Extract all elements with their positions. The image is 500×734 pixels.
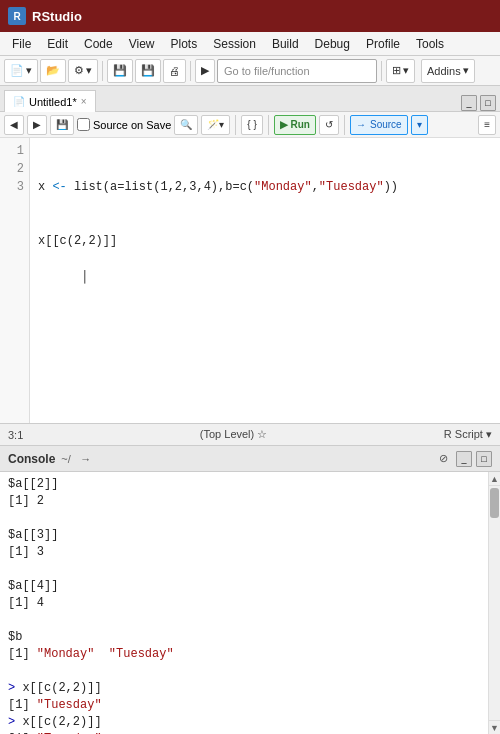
console-header-right: ⊘ _ □ bbox=[434, 450, 492, 468]
console-workdir-button[interactable]: → bbox=[77, 450, 95, 468]
addins-label: Addins bbox=[427, 65, 461, 77]
grid-button[interactable]: ⊞ ▾ bbox=[386, 59, 415, 83]
save-icon: 💾 bbox=[113, 64, 127, 77]
settings-icon: ⚙ bbox=[74, 64, 84, 77]
print-icon: 🖨 bbox=[169, 65, 180, 77]
more-options-button[interactable]: ≡ bbox=[478, 115, 496, 135]
menu-build[interactable]: Build bbox=[264, 33, 307, 55]
console-out-1: $a[[2]] bbox=[8, 476, 480, 493]
title-bar: R RStudio bbox=[0, 0, 500, 32]
source-on-save-checkbox[interactable] bbox=[77, 118, 90, 131]
editor-sep2 bbox=[268, 115, 269, 135]
menu-tools[interactable]: Tools bbox=[408, 33, 452, 55]
console-maximize-button[interactable]: □ bbox=[476, 451, 492, 467]
console-out-8: [1] 4 bbox=[8, 595, 480, 612]
line-num-2: 2 bbox=[0, 160, 24, 178]
save-all-button[interactable]: 💾 bbox=[135, 59, 161, 83]
search-button[interactable]: 🔍 bbox=[174, 115, 198, 135]
line-num-3: 3 bbox=[0, 178, 24, 196]
editor-forward-button[interactable]: ▶ bbox=[27, 115, 47, 135]
run-label: ▶ Run bbox=[280, 119, 310, 130]
editor-back-button[interactable]: ◀ bbox=[4, 115, 24, 135]
console-wrapper: $a[[2]] [1] 2 $a[[3]] [1] 3 $a[[4]] [1] … bbox=[0, 472, 500, 734]
console-clear-button[interactable]: ⊘ bbox=[434, 450, 452, 468]
save-button[interactable]: 💾 bbox=[107, 59, 133, 83]
console-out-15: > x[[c(2,2)]] bbox=[8, 714, 480, 731]
app-title: RStudio bbox=[32, 9, 82, 24]
separator2 bbox=[190, 61, 191, 81]
menu-session[interactable]: Session bbox=[205, 33, 264, 55]
menu-file[interactable]: File bbox=[4, 33, 39, 55]
scroll-thumb[interactable] bbox=[490, 488, 499, 518]
rerun-icon: ↺ bbox=[325, 119, 333, 130]
scroll-track bbox=[489, 486, 500, 720]
console-out-14: [1] "Tuesday" bbox=[8, 697, 480, 714]
print-button[interactable]: 🖨 bbox=[163, 59, 186, 83]
editor-maximize-button[interactable]: □ bbox=[480, 95, 496, 111]
console-out-11: [1] "Monday" "Tuesday" bbox=[8, 646, 480, 663]
editor-tab-bar: 📄 Untitled1* × _ □ bbox=[0, 86, 500, 112]
forward-icon: ▶ bbox=[201, 64, 209, 77]
code-area: 1 2 3 x <- list(a=list(1,2,3,4),b=c("Mon… bbox=[0, 138, 500, 423]
console-title: Console bbox=[8, 452, 55, 466]
new-file-icon: 📄 bbox=[10, 64, 24, 77]
magic-wand-button[interactable]: 🪄▾ bbox=[201, 115, 230, 135]
editor-minimize-button[interactable]: _ bbox=[461, 95, 477, 111]
editor-tab-untitled1[interactable]: 📄 Untitled1* × bbox=[4, 90, 96, 112]
source-on-save-label[interactable]: Source on Save bbox=[77, 118, 171, 131]
source-label: Source bbox=[370, 119, 402, 130]
editor-save-button[interactable]: 💾 bbox=[50, 115, 74, 135]
editor-window-controls: _ □ bbox=[461, 95, 496, 111]
save-all-icon: 💾 bbox=[141, 64, 155, 77]
menu-debug[interactable]: Debug bbox=[307, 33, 358, 55]
source-arrow: → bbox=[356, 119, 366, 130]
console-output[interactable]: $a[[2]] [1] 2 $a[[3]] [1] 3 $a[[4]] [1] … bbox=[0, 472, 488, 734]
source-button[interactable]: → Source bbox=[350, 115, 408, 135]
code-editor[interactable]: x <- list(a=list(1,2,3,4),b=c("Monday","… bbox=[30, 138, 500, 423]
file-type[interactable]: R Script ▾ bbox=[444, 428, 492, 441]
open-file-button[interactable]: 📂 bbox=[40, 59, 66, 83]
scroll-down-arrow[interactable]: ▼ bbox=[489, 720, 501, 734]
tab-close-icon[interactable]: × bbox=[81, 96, 87, 107]
tab-file-icon: 📄 bbox=[13, 96, 25, 107]
console-container: Console ~/ → ⊘ _ □ $a[[2]] [1] 2 $a[[3]]… bbox=[0, 446, 500, 734]
new-file-button[interactable]: 📄 ▾ bbox=[4, 59, 38, 83]
code-line-1: x <- list(a=list(1,2,3,4),b=c("Monday","… bbox=[38, 178, 492, 196]
source-dropdown-button[interactable]: ▾ bbox=[411, 115, 428, 135]
open-icon: 📂 bbox=[46, 64, 60, 77]
code-line-2: x[[c(2,2)]] bbox=[38, 232, 492, 250]
settings-button[interactable]: ⚙ ▾ bbox=[68, 59, 98, 83]
scope-indicator[interactable]: (Top Level) ☆ bbox=[200, 428, 267, 441]
menu-edit[interactable]: Edit bbox=[39, 33, 76, 55]
main-toolbar: 📄 ▾ 📂 ⚙ ▾ 💾 💾 🖨 ▶ Go to file/function ⊞ … bbox=[0, 56, 500, 86]
line-num-1: 1 bbox=[0, 142, 24, 160]
console-minimize-button[interactable]: _ bbox=[456, 451, 472, 467]
cursor-position: 3:1 bbox=[8, 429, 23, 441]
console-scrollbar[interactable]: ▲ ▼ bbox=[488, 472, 500, 734]
addins-button[interactable]: Addins ▾ bbox=[421, 59, 475, 83]
rerun-button[interactable]: ↺ bbox=[319, 115, 339, 135]
editor-container: 📄 Untitled1* × _ □ ◀ ▶ 💾 Source on Save … bbox=[0, 86, 500, 446]
dropdown-arrow: ▾ bbox=[26, 64, 32, 77]
console-out-7: $a[[4]] bbox=[8, 578, 480, 595]
code-section-button[interactable]: { } bbox=[241, 115, 262, 135]
run-button[interactable]: ▶ Run bbox=[274, 115, 316, 135]
code-line-3[interactable]: │ bbox=[81, 268, 88, 286]
menu-code[interactable]: Code bbox=[76, 33, 121, 55]
go-to-file-input[interactable]: Go to file/function bbox=[217, 59, 377, 83]
scroll-up-arrow[interactable]: ▲ bbox=[489, 472, 501, 486]
menu-plots[interactable]: Plots bbox=[163, 33, 206, 55]
console-header: Console ~/ → ⊘ _ □ bbox=[0, 446, 500, 472]
menu-bar: File Edit Code View Plots Session Build … bbox=[0, 32, 500, 56]
console-out-10: $b bbox=[8, 629, 480, 646]
editor-toolbar-right: ≡ bbox=[478, 115, 496, 135]
menu-profile[interactable]: Profile bbox=[358, 33, 408, 55]
forward-button[interactable]: ▶ bbox=[195, 59, 215, 83]
status-bar: 3:1 (Top Level) ☆ R Script ▾ bbox=[0, 423, 500, 445]
menu-view[interactable]: View bbox=[121, 33, 163, 55]
console-out-3 bbox=[8, 510, 480, 527]
line-numbers: 1 2 3 bbox=[0, 138, 30, 423]
console-path: ~/ bbox=[61, 453, 70, 465]
console-out-12 bbox=[8, 663, 480, 680]
addins-arrow: ▾ bbox=[463, 64, 469, 77]
